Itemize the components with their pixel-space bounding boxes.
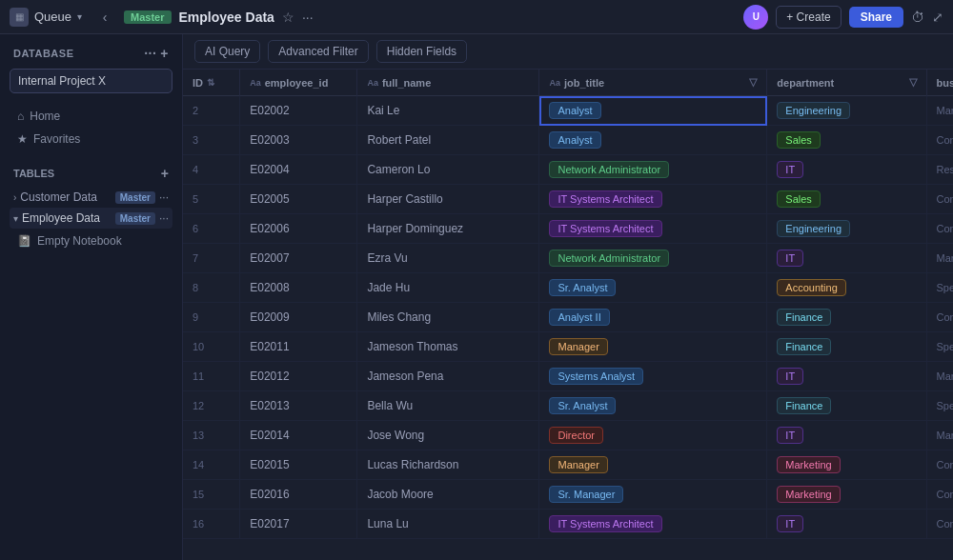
cell-full-name[interactable]: Kai Le (357, 96, 539, 126)
cell-job-title[interactable]: Analyst (539, 126, 767, 155)
cell-business[interactable]: Con... (926, 510, 953, 539)
advanced-filter-button[interactable]: Advanced Filter (268, 40, 368, 63)
cell-department[interactable]: Marketing (767, 480, 926, 510)
queue-chevron-icon[interactable]: ▾ (77, 11, 82, 22)
cell-id[interactable]: 14 (183, 450, 240, 480)
cell-employee-id[interactable]: E02012 (240, 362, 357, 391)
cell-business[interactable]: Con... (926, 303, 953, 332)
department-filter-icon[interactable]: ▽ (909, 76, 917, 89)
cell-business[interactable]: Con... (926, 126, 953, 155)
cell-department[interactable]: Finance (767, 332, 926, 362)
cell-business[interactable]: Spe... (926, 391, 953, 421)
cell-department[interactable]: Sales (767, 185, 926, 214)
cell-id[interactable]: 4 (183, 155, 240, 185)
cell-business[interactable]: Spe... (926, 273, 953, 303)
cell-employee-id[interactable]: E02008 (240, 273, 357, 303)
cell-id[interactable]: 3 (183, 126, 240, 155)
cell-employee-id[interactable]: E02014 (240, 421, 357, 450)
col-header-id[interactable]: ID ⇅ (183, 70, 240, 96)
history-icon[interactable]: ⏱ (911, 10, 924, 25)
cell-id[interactable]: 10 (183, 332, 240, 362)
cell-business[interactable]: Con... (926, 480, 953, 510)
cell-full-name[interactable]: Luna Lu (357, 510, 539, 539)
cell-job-title[interactable]: Manager (539, 332, 767, 362)
cell-department[interactable]: Engineering (767, 96, 926, 126)
cell-business[interactable]: Res... (926, 155, 953, 185)
cell-business[interactable]: Con... (926, 450, 953, 480)
cell-full-name[interactable]: Miles Chang (357, 303, 539, 332)
sidebar-item-home[interactable]: ⌂ Home (10, 105, 172, 128)
col-header-employee-id[interactable]: Aa employee_id (240, 70, 357, 96)
cell-full-name[interactable]: Jade Hu (357, 273, 539, 303)
col-header-department[interactable]: department ▽ (767, 70, 926, 96)
cell-department[interactable]: Accounting (767, 273, 926, 303)
table-row[interactable]: 15E02016Jacob MooreSr. ManagerMarketingC… (183, 480, 953, 510)
cell-business[interactable]: Mar... (926, 96, 953, 126)
cell-id[interactable]: 13 (183, 421, 240, 450)
cell-job-title[interactable]: IT Systems Architect (539, 214, 767, 244)
cell-id[interactable]: 9 (183, 303, 240, 332)
table-row[interactable]: 11E02012Jameson PenaSystems AnalystITMar… (183, 362, 953, 391)
cell-full-name[interactable]: Lucas Richardson (357, 450, 539, 480)
cell-full-name[interactable]: Jacob Moore (357, 480, 539, 510)
cell-id[interactable]: 6 (183, 214, 240, 244)
cell-full-name[interactable]: Harper Castillo (357, 185, 539, 214)
sidebar-item-empty-notebook[interactable]: 📓 Empty Notebook (10, 230, 172, 251)
sidebar-item-employee-data[interactable]: ▾ Employee Data Master ··· (10, 208, 172, 229)
cell-employee-id[interactable]: E02017 (240, 510, 357, 539)
hidden-fields-button[interactable]: Hidden Fields (376, 40, 467, 63)
col-header-full-name[interactable]: Aa full_name (357, 70, 539, 96)
table-row[interactable]: 12E02013Bella WuSr. AnalystFinanceSpe... (183, 391, 953, 421)
cell-full-name[interactable]: Jameson Thomas (357, 332, 539, 362)
page-options-icon[interactable]: ··· (302, 10, 314, 25)
expand-icon[interactable]: ⤢ (932, 10, 943, 25)
cell-id[interactable]: 5 (183, 185, 240, 214)
table-row[interactable]: 10E02011Jameson ThomasManagerFinanceSpe.… (183, 332, 953, 362)
cell-department[interactable]: IT (767, 244, 926, 273)
table-row[interactable]: 6E02006Harper DominguezIT Systems Archit… (183, 214, 953, 244)
ai-query-button[interactable]: AI Query (194, 40, 260, 63)
cell-job-title[interactable]: Sr. Manager (539, 480, 767, 510)
cell-business[interactable]: Mar... (926, 362, 953, 391)
cell-employee-id[interactable]: E02016 (240, 480, 357, 510)
cell-id[interactable]: 7 (183, 244, 240, 273)
cell-job-title[interactable]: IT Systems Architect (539, 185, 767, 214)
cell-department[interactable]: Marketing (767, 450, 926, 480)
cell-business[interactable]: Con... (926, 185, 953, 214)
cell-job-title[interactable]: Sr. Analyst (539, 391, 767, 421)
cell-employee-id[interactable]: E02007 (240, 244, 357, 273)
cell-employee-id[interactable]: E02004 (240, 155, 357, 185)
cell-department[interactable]: IT (767, 362, 926, 391)
cell-full-name[interactable]: Jose Wong (357, 421, 539, 450)
table-row[interactable]: 3E02003Robert PatelAnalystSalesCon... (183, 126, 953, 155)
cell-department[interactable]: Finance (767, 391, 926, 421)
cell-employee-id[interactable]: E02002 (240, 96, 357, 126)
sidebar-item-customer-data[interactable]: › Customer Data Master ··· (10, 187, 172, 208)
cell-department[interactable]: Engineering (767, 214, 926, 244)
cell-department[interactable]: Sales (767, 126, 926, 155)
cell-department[interactable]: IT (767, 155, 926, 185)
cell-job-title[interactable]: Systems Analyst (539, 362, 767, 391)
cell-job-title[interactable]: Network Administrator (539, 244, 767, 273)
cell-full-name[interactable]: Robert Patel (357, 126, 539, 155)
cell-full-name[interactable]: Jameson Pena (357, 362, 539, 391)
cell-full-name[interactable]: Harper Dominguez (357, 214, 539, 244)
job-title-filter-icon[interactable]: ▽ (749, 76, 757, 89)
database-options-icon[interactable]: ··· (144, 46, 156, 61)
employee-data-options-icon[interactable]: ··· (159, 211, 169, 225)
cell-full-name[interactable]: Ezra Vu (357, 244, 539, 273)
cell-employee-id[interactable]: E02013 (240, 391, 357, 421)
cell-job-title[interactable]: Sr. Analyst (539, 273, 767, 303)
cell-business[interactable]: Mar... (926, 421, 953, 450)
cell-job-title[interactable]: Analyst (539, 96, 767, 126)
id-sort-icon[interactable]: ⇅ (207, 77, 214, 88)
cell-department[interactable]: IT (767, 421, 926, 450)
table-row[interactable]: 13E02014Jose WongDirectorITMar... (183, 421, 953, 450)
table-row[interactable]: 7E02007Ezra VuNetwork AdministratorITMar… (183, 244, 953, 273)
cell-id[interactable]: 2 (183, 96, 240, 126)
sidebar-item-favorites[interactable]: ★ Favorites (10, 128, 172, 150)
cell-job-title[interactable]: IT Systems Architect (539, 510, 767, 539)
table-row[interactable]: 16E02017Luna LuIT Systems ArchitectITCon… (183, 510, 953, 539)
share-button[interactable]: Share (849, 7, 903, 28)
col-header-job-title[interactable]: Aa job_title ▽ (539, 70, 767, 96)
